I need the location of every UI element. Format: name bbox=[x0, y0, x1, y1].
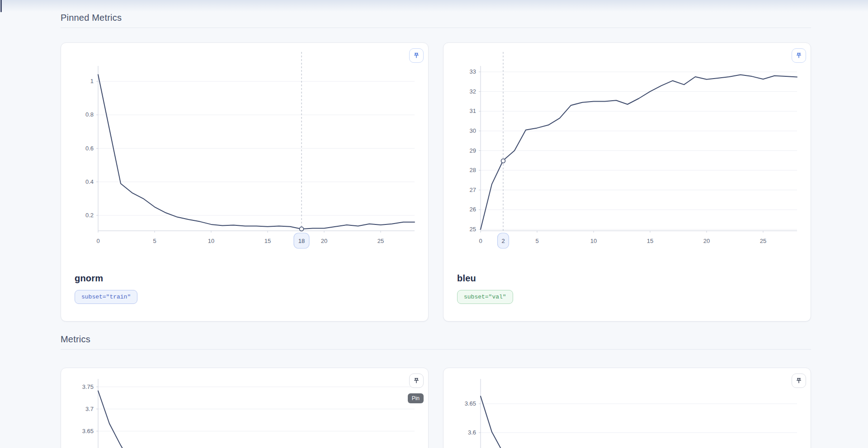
y-tick-label: 3.7 bbox=[85, 406, 94, 412]
chart-gnorm[interactable]: 0.20.40.60.81051015202518 bbox=[61, 43, 428, 253]
dashboard-content: Pinned Metrics 0.20.40.60.81051015202518… bbox=[61, 0, 811, 448]
x-tick-label: 15 bbox=[647, 238, 653, 244]
cursor-marker bbox=[501, 159, 505, 163]
chart-metric-3[interactable]: 3.653.73.75 bbox=[61, 368, 428, 448]
y-tick-label: 25 bbox=[470, 226, 476, 233]
unpin-button[interactable] bbox=[409, 48, 424, 63]
line-chart-svg: 3.653.73.75 bbox=[61, 368, 428, 448]
chart-metric-4[interactable]: 3.63.65 bbox=[443, 368, 811, 448]
scrollbar-edge-artifact bbox=[0, 0, 2, 12]
x-tick-label: 10 bbox=[590, 238, 597, 244]
subset-badge: subset="train" bbox=[75, 290, 137, 304]
active-step-label: 18 bbox=[298, 238, 305, 244]
unpin-button[interactable] bbox=[792, 48, 806, 63]
pin-icon bbox=[413, 52, 420, 59]
chart-line bbox=[481, 396, 526, 448]
section-title-pinned-metrics: Pinned Metrics bbox=[61, 13, 811, 23]
chart-title: bleu bbox=[457, 273, 797, 284]
chart-line bbox=[98, 75, 415, 229]
y-tick-label: 32 bbox=[470, 88, 476, 95]
y-tick-label: 30 bbox=[470, 127, 476, 134]
metrics-row: Pin 3.653.73.75 3.63.65 bbox=[61, 368, 811, 448]
y-tick-label: 27 bbox=[470, 187, 476, 193]
y-tick-label: 0.6 bbox=[85, 145, 94, 152]
y-tick-label: 0.8 bbox=[85, 111, 94, 118]
y-tick-label: 28 bbox=[470, 167, 476, 173]
cursor-marker bbox=[300, 227, 304, 231]
y-tick-label: 0.2 bbox=[85, 212, 94, 219]
y-tick-label: 31 bbox=[470, 107, 476, 114]
y-tick-label: 3.75 bbox=[82, 383, 94, 390]
x-tick-label: 25 bbox=[377, 238, 384, 244]
metric-card-gnorm: 0.20.40.60.81051015202518 gnorm subset="… bbox=[61, 42, 429, 322]
x-tick-label: 5 bbox=[153, 238, 156, 244]
card-footer: bleu subset="val" bbox=[443, 253, 811, 304]
line-chart-svg: 0.20.40.60.81051015202518 bbox=[61, 43, 428, 253]
active-step-label: 2 bbox=[501, 238, 505, 244]
x-tick-label: 20 bbox=[321, 238, 327, 244]
x-tick-label: 10 bbox=[208, 238, 214, 244]
line-chart-svg: 25262728293031323305101520252 bbox=[443, 43, 811, 253]
x-tick-label: 0 bbox=[96, 238, 99, 244]
x-tick-label: 0 bbox=[479, 238, 482, 244]
pin-button[interactable] bbox=[792, 373, 806, 388]
line-chart-svg: 3.63.65 bbox=[443, 368, 811, 448]
y-tick-label: 29 bbox=[470, 147, 476, 154]
pinned-metrics-row: 0.20.40.60.81051015202518 gnorm subset="… bbox=[61, 42, 811, 322]
pin-icon bbox=[413, 377, 420, 384]
y-tick-label: 3.6 bbox=[468, 429, 476, 436]
y-tick-label: 3.65 bbox=[82, 428, 94, 434]
x-tick-label: 20 bbox=[703, 238, 710, 244]
chart-line bbox=[98, 391, 143, 448]
metric-card-4: 3.63.65 bbox=[443, 368, 811, 448]
y-tick-label: 1 bbox=[90, 78, 94, 84]
x-tick-label: 25 bbox=[760, 238, 766, 244]
chart-bleu[interactable]: 25262728293031323305101520252 bbox=[443, 43, 811, 253]
y-tick-label: 26 bbox=[470, 206, 476, 213]
metric-card-3: Pin 3.653.73.75 bbox=[61, 368, 429, 448]
x-tick-label: 15 bbox=[264, 238, 271, 244]
section-title-metrics: Metrics bbox=[61, 334, 811, 345]
section-divider bbox=[61, 28, 811, 28]
card-footer: gnorm subset="train" bbox=[61, 253, 428, 304]
y-tick-label: 0.4 bbox=[85, 178, 94, 185]
pin-tooltip: Pin bbox=[408, 393, 424, 403]
subset-badge: subset="val" bbox=[457, 290, 513, 304]
x-tick-label: 5 bbox=[535, 238, 538, 244]
pin-button[interactable] bbox=[409, 373, 424, 388]
y-tick-label: 3.65 bbox=[465, 400, 476, 407]
chart-title: gnorm bbox=[75, 273, 415, 284]
section-divider bbox=[61, 349, 811, 350]
chart-line bbox=[481, 75, 797, 229]
metric-card-bleu: 25262728293031323305101520252 bleu subse… bbox=[443, 42, 811, 322]
pin-icon bbox=[795, 52, 802, 59]
y-tick-label: 33 bbox=[470, 68, 476, 75]
pin-icon bbox=[795, 377, 802, 384]
